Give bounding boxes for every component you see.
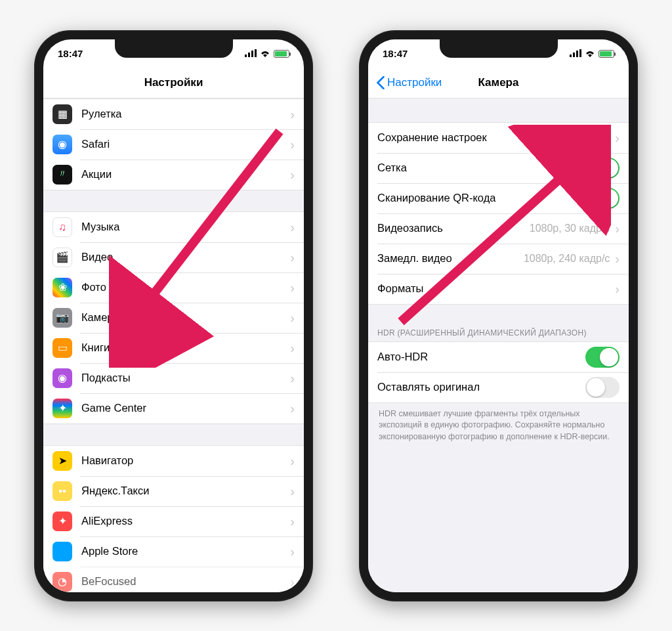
settings-group-3: ➤ Навигатор › ▪▪ Яндекс.Такси › ✦ AliExp… bbox=[43, 445, 304, 592]
row-record-video[interactable]: Видеозапись 1080p, 30 кадр/с › bbox=[368, 213, 629, 244]
row-ruletka[interactable]: ▦ Рулетка › bbox=[43, 99, 304, 129]
chevron-right-icon: › bbox=[615, 222, 620, 235]
row-yandextaxi[interactable]: ▪▪ Яндекс.Такси › bbox=[43, 476, 304, 506]
row-applestore[interactable]: Apple Store › bbox=[43, 536, 304, 567]
camera-icon: 📷 bbox=[52, 308, 72, 328]
row-preserve-settings[interactable]: Сохранение настроек › bbox=[368, 123, 629, 153]
row-music[interactable]: ♫ Музыка › bbox=[43, 212, 304, 242]
chevron-right-icon: › bbox=[290, 138, 295, 151]
aliexpress-icon: ✦ bbox=[52, 511, 72, 531]
grid-toggle[interactable] bbox=[585, 158, 620, 179]
chevron-right-icon: › bbox=[290, 341, 295, 355]
svg-rect-0 bbox=[245, 54, 247, 57]
row-value: 1080p, 30 кадр/с bbox=[530, 223, 610, 234]
row-books[interactable]: ▭ Книги › bbox=[43, 333, 304, 363]
safari-icon: ◉ bbox=[52, 135, 72, 154]
row-label: BeFocused bbox=[81, 575, 290, 588]
status-indicators bbox=[245, 48, 289, 59]
row-label: Оставлять оригинал bbox=[377, 381, 585, 393]
row-label: Замедл. видео bbox=[377, 252, 524, 265]
nav-bar: Настройки Камера bbox=[368, 68, 629, 98]
settings-list[interactable]: ▦ Рулетка › ◉ Safari › 〃 Акции › ♫ bbox=[43, 98, 304, 592]
notch bbox=[440, 39, 558, 58]
row-label: Музыка bbox=[81, 221, 290, 233]
row-label: Рулетка bbox=[81, 108, 290, 120]
chevron-right-icon: › bbox=[615, 252, 620, 265]
row-label: Книги bbox=[81, 341, 290, 354]
chevron-right-icon: › bbox=[615, 282, 620, 295]
svg-rect-5 bbox=[570, 54, 572, 57]
row-photo[interactable]: ❀ Фото › bbox=[43, 272, 304, 303]
row-navigator[interactable]: ➤ Навигатор › bbox=[43, 446, 304, 476]
row-label: Видео bbox=[81, 251, 290, 263]
row-formats[interactable]: Форматы › bbox=[368, 274, 629, 304]
hdr-section-footer: HDR смешивает лучшие фрагменты трёх отде… bbox=[368, 403, 629, 448]
row-label: Подкасты bbox=[81, 372, 290, 384]
books-icon: ▭ bbox=[52, 338, 72, 358]
row-befocused[interactable]: ◔ BeFocused › bbox=[43, 567, 304, 592]
row-label: Авто-HDR bbox=[377, 351, 585, 363]
chevron-right-icon: › bbox=[290, 251, 295, 264]
chevron-right-icon: › bbox=[290, 221, 295, 234]
row-label: Фото bbox=[81, 281, 290, 294]
row-scan-qr[interactable]: Сканирование QR-кода bbox=[368, 183, 629, 213]
qr-toggle[interactable] bbox=[585, 188, 620, 209]
yandextaxi-icon: ▪▪ bbox=[52, 481, 72, 501]
row-label: Сканирование QR-кода bbox=[377, 192, 585, 204]
back-button[interactable]: Настройки bbox=[376, 68, 442, 98]
row-label: Видеозапись bbox=[377, 222, 530, 234]
music-icon: ♫ bbox=[52, 217, 72, 237]
row-camera[interactable]: 📷 Камера › bbox=[43, 303, 304, 333]
svg-rect-6 bbox=[573, 53, 575, 57]
settings-group-2: ♫ Музыка › 🎬 Видео › ❀ Фото › 📷 Камера bbox=[43, 211, 304, 424]
status-indicators bbox=[570, 48, 614, 59]
chevron-right-icon: › bbox=[290, 281, 295, 294]
row-label: Сетка bbox=[377, 162, 585, 174]
chevron-right-icon: › bbox=[290, 311, 295, 324]
settings-group-1: ▦ Рулетка › ◉ Safari › 〃 Акции › bbox=[43, 98, 304, 190]
befocused-icon: ◔ bbox=[52, 572, 72, 592]
row-stocks[interactable]: 〃 Акции › bbox=[43, 160, 304, 190]
row-grid[interactable]: Сетка bbox=[368, 153, 629, 183]
phone-mockup-left: 18:47 Настройки ▦ Рулетка › bbox=[34, 30, 313, 601]
wifi-icon bbox=[585, 48, 595, 59]
phone-mockup-right: 18:47 Настройки Камера Сохр bbox=[359, 30, 638, 601]
row-label: Apple Store bbox=[81, 545, 290, 557]
podcasts-icon: ◉ bbox=[52, 368, 72, 388]
svg-rect-3 bbox=[255, 49, 257, 57]
stocks-icon: 〃 bbox=[52, 165, 72, 185]
row-video[interactable]: 🎬 Видео › bbox=[43, 242, 304, 272]
row-gamecenter[interactable]: ✦ Game Center › bbox=[43, 393, 304, 424]
row-safari[interactable]: ◉ Safari › bbox=[43, 129, 304, 160]
row-auto-hdr[interactable]: Авто-HDR bbox=[368, 342, 629, 372]
camera-settings[interactable]: Сохранение настроек › Сетка Сканирование… bbox=[368, 98, 629, 592]
status-time: 18:47 bbox=[383, 48, 408, 59]
wifi-icon bbox=[260, 48, 270, 59]
signal-icon bbox=[245, 48, 257, 59]
chevron-right-icon: › bbox=[290, 485, 295, 498]
row-keep-normal[interactable]: Оставлять оригинал bbox=[368, 372, 629, 403]
row-aliexpress[interactable]: ✦ AliExpress › bbox=[43, 506, 304, 536]
ruletka-icon: ▦ bbox=[52, 104, 72, 124]
row-label: Сохранение настроек bbox=[377, 131, 615, 144]
camera-group-hdr: Авто-HDR Оставлять оригинал bbox=[368, 341, 629, 403]
row-slomo[interactable]: Замедл. видео 1080p, 240 кадр/с › bbox=[368, 244, 629, 274]
svg-rect-2 bbox=[251, 51, 253, 57]
status-time: 18:47 bbox=[58, 48, 83, 59]
keep-normal-toggle[interactable] bbox=[585, 377, 620, 398]
screen: 18:47 Настройки ▦ Рулетка › bbox=[43, 39, 304, 592]
page-title: Камера bbox=[478, 76, 519, 89]
nav-bar: Настройки bbox=[43, 68, 304, 98]
gamecenter-icon: ✦ bbox=[52, 399, 72, 418]
photo-icon: ❀ bbox=[52, 278, 72, 297]
battery-icon bbox=[274, 50, 289, 58]
row-label: Навигатор bbox=[81, 454, 290, 467]
row-podcasts[interactable]: ◉ Подкасты › bbox=[43, 363, 304, 393]
auto-hdr-toggle[interactable] bbox=[585, 347, 620, 368]
row-label: Камера bbox=[81, 311, 290, 324]
signal-icon bbox=[570, 48, 581, 59]
row-label: Акции bbox=[81, 168, 290, 181]
row-label: Яндекс.Такси bbox=[81, 485, 290, 497]
chevron-right-icon: › bbox=[290, 168, 295, 181]
row-label: Safari bbox=[81, 138, 290, 150]
